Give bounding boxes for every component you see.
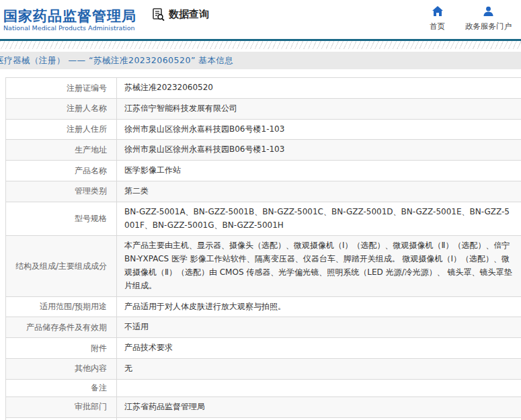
row-value-text: 产品技术要求: [124, 341, 173, 355]
table-row: 注册证编号苏械注准20232060520: [6, 78, 521, 99]
row-label: 适用范围/预期用途: [6, 297, 116, 317]
data-query-icon: [151, 7, 165, 22]
row-label: 审批部门: [6, 397, 116, 417]
row-label: 注册人住所: [6, 120, 116, 140]
row-value-text: 徐州市泉山区徐州永嘉科技园B06号楼1-103: [124, 143, 284, 157]
row-label-text: 注册人名称: [67, 103, 107, 114]
table-row: 审批部门江苏省药品监督管理局: [6, 397, 521, 418]
registration-info-table: 注册证编号苏械注准20232060520注册人名称江苏倍宁智能科技发展有限公司注…: [5, 77, 521, 420]
row-value: 产品技术要求: [116, 338, 521, 358]
row-label-text: 型号规格: [75, 213, 107, 224]
row-label: 产品名称: [6, 161, 116, 181]
nmpa-logo: 国家药品监督管理局 National Medical Products Admi…: [3, 7, 136, 32]
table-row: 产品储存条件及有效期不适用: [6, 317, 521, 338]
table-row: 型号规格BN-GZZ-5001A、BN-GZZ-5001B、BN-GZZ-500…: [6, 202, 521, 237]
logo-title: 国家药品监督管理局: [3, 8, 136, 24]
row-value-text: 不适用: [124, 321, 149, 334]
row-label-text: 管理类别: [75, 185, 107, 197]
table-row: 备注: [6, 380, 521, 397]
breadcrumb-bar: 医疗器械（注册） —— “苏械注准20232060520” 基本信息: [0, 52, 521, 69]
hatch-pattern-band: [0, 41, 521, 49]
row-value: 2023-04-24: [116, 418, 521, 420]
table-row: 批准日期2023-04-24: [6, 418, 521, 420]
row-label-text: 生产地址: [75, 144, 107, 156]
table-row: 附件产品技术要求: [6, 338, 521, 359]
table-row: 结构及组成/主要组成成分本产品主要由主机、显示器、摄像头（选配）、微观摄像机（Ⅰ…: [6, 236, 521, 296]
table-row: 生产地址徐州市泉山区徐州永嘉科技园B06号楼1-103: [6, 140, 521, 161]
row-value: 苏械注准20232060520: [116, 78, 521, 98]
row-value: 江苏省药品监督管理局: [116, 397, 521, 417]
row-label-text: 审批部门: [75, 401, 107, 413]
row-label-text: 其他内容: [75, 363, 107, 374]
data-query-section: 数据查询: [151, 7, 209, 22]
row-label-text: 适用范围/预期用途: [40, 301, 107, 312]
table-row: 其他内容无: [6, 359, 521, 380]
row-value-text: 无: [124, 362, 132, 376]
row-label: 生产地址: [6, 140, 116, 160]
page-header: 国家药品监督管理局 National Medical Products Admi…: [0, 0, 521, 39]
row-label-text: 产品储存条件及有效期: [26, 322, 107, 333]
page-title: 医疗器械（注册） —— “苏械注准20232060520” 基本信息: [0, 55, 233, 67]
table-row: 适用范围/预期用途产品适用于对人体皮肤进行放大观察与拍照。: [6, 297, 521, 318]
row-value-text: 江苏倍宁智能科技发展有限公司: [124, 102, 237, 116]
row-value: 第二类: [116, 181, 521, 202]
row-label-text: 备注: [91, 382, 107, 394]
row-value: 本产品主要由主机、显示器、摄像头（选配）、微观摄像机（Ⅰ）（选配）、微观摄像机（…: [116, 236, 521, 296]
row-label: 注册人名称: [6, 99, 116, 119]
row-value: 产品适用于对人体皮肤进行放大观察与拍照。: [116, 297, 521, 317]
row-label-text: 注册人住所: [67, 124, 107, 135]
row-label-text: 产品名称: [75, 165, 107, 177]
row-label: 管理类别: [6, 181, 116, 202]
row-value: 医学影像工作站: [116, 161, 521, 181]
row-value: 无: [116, 359, 521, 379]
user-icon: [483, 6, 494, 19]
row-label-text: 注册证编号: [67, 83, 107, 94]
nav-item-home[interactable]: 首页: [430, 6, 445, 32]
row-label: 注册证编号: [6, 78, 116, 98]
logo-subtitle: National Medical Products Administration: [3, 25, 136, 32]
home-icon: [432, 6, 444, 19]
row-value-text: 产品适用于对人体皮肤进行放大观察与拍照。: [124, 300, 286, 314]
top-nav: 首页 政务服务门户: [430, 0, 512, 32]
table-row: 管理类别第二类: [6, 181, 521, 202]
row-value: BN-GZZ-5001A、BN-GZZ-5001B、BN-GZZ-5001C、B…: [116, 202, 521, 236]
row-value: 不适用: [116, 317, 521, 337]
row-value-text: 苏械注准20232060520: [124, 81, 213, 95]
nav-item-label: 政务服务门户: [465, 22, 512, 32]
table-row: 注册人名称江苏倍宁智能科技发展有限公司: [6, 99, 521, 120]
row-value-text: 医学影像工作站: [124, 164, 181, 177]
row-value: 徐州市泉山区徐州永嘉科技园B06号楼1-103: [116, 120, 521, 140]
data-query-label: 数据查询: [169, 8, 209, 21]
row-value: 江苏倍宁智能科技发展有限公司: [116, 99, 521, 119]
row-label: 结构及组成/主要组成成分: [6, 236, 116, 296]
row-value-text: 徐州市泉山区徐州永嘉科技园B06号楼1-103: [124, 123, 284, 136]
nav-item-label: 首页: [430, 22, 445, 32]
table-row: 注册人住所徐州市泉山区徐州永嘉科技园B06号楼1-103: [6, 120, 521, 140]
row-value-text: 江苏省药品监督管理局: [124, 401, 205, 414]
row-label-text: 结构及组成/主要组成成分: [15, 261, 107, 272]
row-value: 徐州市泉山区徐州永嘉科技园B06号楼1-103: [116, 140, 521, 160]
row-value-text: BN-GZZ-5001A、BN-GZZ-5001B、BN-GZZ-5001C、B…: [124, 206, 513, 233]
table-row: 产品名称医学影像工作站: [6, 161, 521, 181]
row-label: 附件: [6, 338, 116, 358]
row-value-text: 本产品主要由主机、显示器、摄像头（选配）、微观摄像机（Ⅰ）（选配）、微观摄像机（…: [124, 239, 513, 292]
row-label: 批准日期: [6, 418, 116, 420]
row-label: 备注: [6, 380, 116, 396]
nav-item-portal[interactable]: 政务服务门户: [465, 6, 512, 32]
row-label: 产品储存条件及有效期: [6, 317, 116, 337]
row-value-text: 第二类: [124, 185, 149, 198]
row-value: [116, 380, 521, 396]
row-label: 型号规格: [6, 202, 116, 236]
row-label: 其他内容: [6, 359, 116, 379]
row-label-text: 附件: [91, 343, 107, 354]
